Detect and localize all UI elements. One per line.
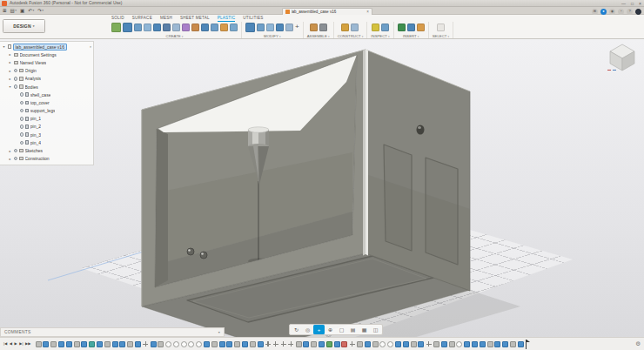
display-settings-icon[interactable]: ▤ bbox=[347, 325, 359, 334]
rib-icon[interactable] bbox=[163, 24, 171, 31]
construction-plane-icon[interactable] bbox=[341, 24, 349, 31]
document-close-icon[interactable]: × bbox=[366, 10, 369, 14]
timeline-feature-48[interactable] bbox=[403, 341, 409, 347]
timeline-feature-51[interactable] bbox=[426, 341, 432, 347]
timeline-feature-39[interactable] bbox=[334, 341, 340, 347]
browser-row-pin_2[interactable]: pin_2 bbox=[0, 123, 93, 131]
visibility-eye-icon[interactable] bbox=[14, 77, 18, 81]
viewport-3d[interactable]: ↻◎+⊕▢▤▦◫ bbox=[0, 39, 644, 350]
comments-bar[interactable]: COMMENTS ▾ bbox=[0, 327, 225, 337]
timeline-step-back-icon[interactable]: ◀ bbox=[10, 342, 12, 346]
maximize-button[interactable]: □ bbox=[631, 1, 634, 6]
timeline-feature-20[interactable] bbox=[188, 341, 194, 347]
timeline-feature-9[interactable] bbox=[104, 341, 111, 347]
hole-icon[interactable] bbox=[182, 24, 190, 31]
timeline-feature-14[interactable] bbox=[143, 341, 149, 347]
zoom-icon[interactable]: ⊕ bbox=[325, 325, 336, 334]
press-pull-icon[interactable] bbox=[245, 23, 255, 32]
browser-row-origin[interactable]: ▸Origin bbox=[0, 67, 93, 75]
expander-icon[interactable]: ▾ bbox=[2, 44, 6, 49]
timeline-feature-56[interactable] bbox=[464, 341, 470, 347]
pattern-icon[interactable] bbox=[230, 24, 238, 31]
timeline-feature-11[interactable] bbox=[119, 341, 125, 347]
timeline-feature-17[interactable] bbox=[165, 341, 171, 347]
minimize-button[interactable]: — bbox=[621, 1, 626, 6]
timeline-feature-54[interactable] bbox=[449, 341, 455, 347]
timeline-feature-50[interactable] bbox=[418, 341, 424, 347]
orbit-icon[interactable]: ↻ bbox=[291, 325, 302, 334]
timeline-feature-41[interactable] bbox=[349, 341, 355, 347]
visibility-eye-icon[interactable] bbox=[20, 92, 24, 97]
visibility-eye-icon[interactable] bbox=[14, 84, 18, 89]
insert-mesh-icon[interactable] bbox=[417, 24, 425, 31]
new-component-icon[interactable] bbox=[310, 24, 318, 31]
extensions-icon[interactable]: ⊞ bbox=[592, 9, 598, 15]
loft-icon[interactable] bbox=[153, 24, 161, 31]
timeline-feature-60[interactable] bbox=[494, 341, 500, 347]
visibility-eye-icon[interactable] bbox=[20, 132, 24, 137]
timeline-feature-24[interactable] bbox=[219, 341, 225, 347]
timeline-step-forward-icon[interactable]: ▶| bbox=[19, 342, 23, 346]
timeline-skip-start-icon[interactable]: |◀ bbox=[3, 342, 7, 346]
timeline-feature-22[interactable] bbox=[204, 341, 210, 347]
profile-icon[interactable]: ◉ bbox=[609, 9, 615, 15]
timeline-feature-42[interactable] bbox=[357, 341, 363, 347]
fit-icon[interactable]: ▢ bbox=[336, 325, 347, 334]
timeline-settings-gear-icon[interactable]: ⚙ bbox=[635, 340, 641, 347]
timeline-feature-27[interactable] bbox=[242, 341, 248, 347]
timeline-feature-58[interactable] bbox=[480, 341, 486, 347]
timeline-feature-53[interactable] bbox=[441, 341, 447, 347]
expander-icon[interactable]: ▸ bbox=[8, 60, 12, 64]
timeline-feature-25[interactable] bbox=[226, 341, 232, 347]
revolve-icon[interactable] bbox=[134, 24, 142, 31]
timeline-feature-30[interactable] bbox=[265, 341, 271, 347]
expander-icon[interactable]: ▸ bbox=[8, 69, 12, 73]
timeline-feature-36[interactable] bbox=[311, 341, 317, 347]
tab-plastic[interactable]: PLASTIC bbox=[218, 16, 236, 22]
tab-solid[interactable]: SOLID bbox=[111, 16, 124, 22]
timeline-feature-3[interactable] bbox=[58, 341, 64, 347]
notifications-icon[interactable]: ◔ bbox=[618, 9, 624, 15]
expander-icon[interactable]: ▸ bbox=[8, 77, 12, 81]
timeline-feature-7[interactable] bbox=[89, 341, 95, 347]
browser-row-sketches[interactable]: ▸Sketches bbox=[0, 146, 93, 154]
new-sketch-icon[interactable] bbox=[111, 23, 121, 32]
timeline-feature-49[interactable] bbox=[411, 341, 417, 347]
timeline-play-icon[interactable]: ▶ bbox=[15, 342, 17, 346]
timeline-feature-1[interactable] bbox=[43, 341, 49, 347]
timeline-feature-6[interactable] bbox=[81, 341, 87, 347]
extrude-icon[interactable] bbox=[123, 23, 132, 32]
timeline-feature-15[interactable] bbox=[151, 341, 157, 347]
ribbon-group-label[interactable]: ASSEMBLE ▾ bbox=[307, 34, 330, 38]
viewports-icon[interactable]: ◫ bbox=[370, 325, 381, 334]
timeline-feature-0[interactable] bbox=[36, 341, 42, 347]
visibility-eye-icon[interactable] bbox=[20, 117, 24, 121]
axis-icon[interactable] bbox=[351, 24, 359, 31]
help-icon[interactable]: ? bbox=[627, 9, 633, 15]
browser-row-pin_4[interactable]: pin_4 bbox=[0, 138, 93, 146]
tab-surface[interactable]: SURFACE bbox=[132, 16, 152, 22]
timeline-feature-43[interactable] bbox=[365, 341, 371, 347]
timeline-feature-55[interactable] bbox=[456, 341, 462, 347]
timeline-feature-18[interactable] bbox=[173, 341, 179, 347]
look-at-icon[interactable]: ◎ bbox=[302, 325, 313, 334]
timeline-feature-63[interactable] bbox=[518, 341, 524, 347]
decal-icon[interactable] bbox=[407, 24, 415, 31]
timeline-feature-46[interactable] bbox=[387, 341, 393, 347]
job-status-icon[interactable]: ● bbox=[600, 9, 607, 15]
expander-icon[interactable]: ▸ bbox=[8, 157, 12, 161]
timeline-feature-47[interactable] bbox=[395, 341, 401, 347]
browser-row-bodies[interactable]: ▾Bodies bbox=[0, 83, 93, 91]
combine-icon[interactable] bbox=[276, 24, 284, 31]
timeline-feature-10[interactable] bbox=[112, 341, 118, 347]
timeline-feature-26[interactable] bbox=[234, 341, 240, 347]
browser-row-named-views[interactable]: ▸Named Views bbox=[0, 58, 93, 66]
undo-icon[interactable]: ↶▾ bbox=[28, 9, 34, 14]
ribbon-group-label[interactable]: INSERT ▾ bbox=[403, 34, 419, 38]
timeline-skip-end-icon[interactable]: ▶▶ bbox=[25, 342, 30, 346]
pan-icon[interactable]: + bbox=[313, 325, 325, 334]
redo-icon[interactable]: ↷▾ bbox=[37, 9, 44, 14]
browser-row-analysis[interactable]: ▸Analysis bbox=[0, 75, 93, 83]
timeline-feature-28[interactable] bbox=[250, 341, 256, 347]
timeline-feature-40[interactable] bbox=[341, 341, 347, 347]
